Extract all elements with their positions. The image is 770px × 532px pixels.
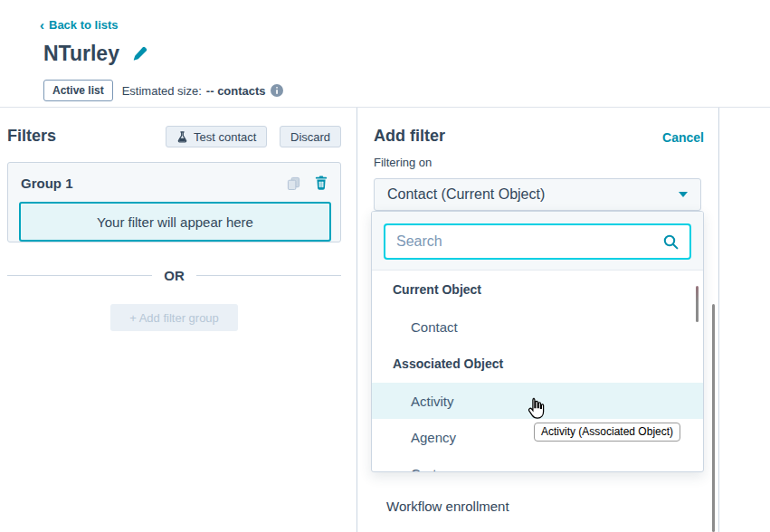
or-divider: OR	[7, 268, 341, 283]
search-icon[interactable]	[663, 234, 679, 250]
header-divider	[0, 107, 770, 108]
delete-group-trash-icon[interactable]	[315, 176, 328, 190]
option-list: Current Object Contact Associated Object…	[372, 271, 703, 472]
estimated-size-label: Estimated size:	[122, 84, 202, 98]
page: ‹ Back to lists NTurley Active list Esti…	[0, 0, 770, 532]
title-row: NTurley	[43, 42, 147, 66]
filtering-on-label: Filtering on	[374, 156, 432, 169]
group-actions	[287, 176, 328, 190]
option-contact[interactable]: Contact	[372, 309, 703, 345]
estimated-size: Estimated size: -- contacts	[122, 84, 283, 98]
test-contact-button[interactable]: Test contact	[166, 126, 267, 147]
option-group-header: Current Object	[372, 271, 703, 309]
divider-line	[7, 275, 152, 276]
filter-drop-placeholder: Your filter will appear here	[19, 202, 331, 242]
or-label: OR	[152, 268, 196, 283]
discard-label: Discard	[290, 130, 330, 144]
search-box	[384, 223, 691, 260]
divider-line	[196, 275, 341, 276]
discard-button[interactable]: Discard	[280, 126, 341, 147]
info-icon[interactable]	[271, 84, 283, 97]
active-list-badge: Active list	[43, 80, 113, 101]
flask-icon	[176, 131, 188, 143]
caret-down-icon	[679, 192, 688, 197]
panel-divider	[356, 108, 357, 532]
right-panel-divider	[718, 108, 719, 532]
cancel-link[interactable]: Cancel	[659, 130, 704, 145]
chevron-left-icon: ‹	[40, 19, 44, 31]
filters-title: Filters	[7, 127, 56, 146]
group-name: Group 1	[21, 176, 73, 191]
workflow-enrollment-label: Workflow enrollment	[386, 499, 509, 514]
dropdown-scrollbar-thumb[interactable]	[696, 286, 699, 322]
option-cart[interactable]: Cart	[372, 455, 703, 472]
edit-pencil-icon[interactable]	[132, 46, 147, 62]
option-group-header: Associated Object	[372, 345, 703, 383]
duplicate-group-icon[interactable]	[287, 176, 300, 190]
filtering-on-select[interactable]: Contact (Current Object)	[374, 178, 701, 211]
page-title: NTurley	[43, 42, 119, 66]
back-to-lists-link[interactable]: ‹ Back to lists	[40, 18, 119, 32]
hover-tooltip: Activity (Associated Object)	[534, 423, 680, 442]
search-input[interactable]	[396, 233, 663, 250]
add-filter-group-button[interactable]: + Add filter group	[110, 304, 238, 331]
filter-group-card: Group 1 Your filter will appear here	[7, 162, 341, 242]
panel-scrollbar-thumb[interactable]	[712, 304, 715, 532]
select-value: Contact (Current Object)	[387, 186, 679, 203]
test-contact-label: Test contact	[194, 130, 256, 144]
back-link-label: Back to lists	[49, 18, 119, 32]
option-activity[interactable]: Activity	[372, 383, 703, 419]
estimated-size-value: -- contacts	[206, 84, 266, 98]
list-meta-row: Active list Estimated size: -- contacts	[43, 80, 283, 101]
add-filter-title: Add filter	[374, 127, 445, 146]
search-section	[372, 212, 703, 271]
